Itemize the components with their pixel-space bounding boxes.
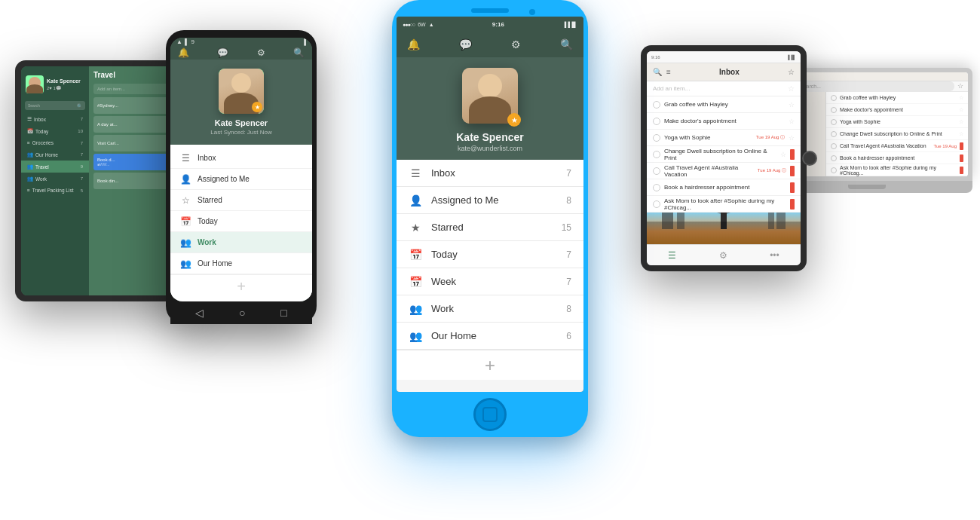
- ipad-time: 9:16: [651, 55, 660, 60]
- search-icon[interactable]: 🔍: [653, 68, 662, 76]
- search-bar[interactable]: Search 🔍: [25, 101, 85, 110]
- task-star[interactable]: ☆: [789, 134, 795, 142]
- task-checkbox[interactable]: [653, 134, 660, 142]
- task-star[interactable]: ☆: [959, 95, 963, 101]
- sidebar-item-work[interactable]: 👥 Work 7: [21, 173, 89, 185]
- search-icon[interactable]: 🔍: [293, 47, 305, 58]
- mac-task-row-2[interactable]: Yoga with Sophie ☆: [826, 116, 968, 128]
- tab-more-icon[interactable]: •••: [770, 250, 779, 261]
- task-checkbox[interactable]: [831, 155, 837, 161]
- sidebar-item-ourhome[interactable]: 👥 Our Home 7: [21, 148, 89, 161]
- task-checkbox[interactable]: [653, 101, 660, 109]
- add-button[interactable]: +: [397, 350, 583, 380]
- city-background: [647, 213, 801, 244]
- bottom-tabs: ☰ ⚙ •••: [647, 244, 801, 265]
- search-placeholder: Search: [28, 103, 77, 108]
- task-star[interactable]: ☆: [789, 118, 795, 125]
- wifi-icon: ▲: [429, 22, 434, 27]
- mac-task-row-6[interactable]: Ask Mom to look after #Sophie during my …: [826, 164, 968, 176]
- star-icon: ☆: [179, 195, 191, 206]
- avatar: ★: [462, 68, 518, 124]
- sidebar-item-inbox[interactable]: ☰ Inbox 7: [21, 113, 89, 125]
- sidebar-item-today[interactable]: 📅 Today 10: [21, 125, 89, 137]
- gear-icon[interactable]: ⚙: [511, 38, 521, 50]
- task-star[interactable]: ☆: [789, 101, 795, 109]
- carrier-label: 6W: [418, 22, 426, 27]
- tab-inbox-icon[interactable]: ☰: [668, 250, 676, 261]
- inbox-icon: ☰: [179, 153, 191, 164]
- signal-icon: ▌: [185, 38, 189, 45]
- mac-task-row-0[interactable]: Grab coffee with Hayley ☆: [826, 92, 968, 104]
- menu-item-work[interactable]: 👥 Work 8: [397, 295, 583, 323]
- task-star[interactable]: ☆: [780, 151, 786, 158]
- task-row-0[interactable]: Grab coffee with Hayley ☆: [647, 96, 801, 113]
- task-checkbox[interactable]: [831, 131, 837, 137]
- task-row-1[interactable]: Make doctor's appointment ☆: [647, 113, 801, 130]
- menu-item-assigned[interactable]: 👤 Assigned to Me 8: [397, 187, 583, 214]
- status-bar: ●●●○○ 6W ▲ 9:16 ▐▐▐▌: [397, 17, 583, 32]
- battery-icon: ▐▐▐▌: [562, 22, 577, 27]
- mac-task-row-4[interactable]: Call Travel Agent #Australia Vacation Tu…: [826, 140, 968, 152]
- travel-icon: 👥: [27, 164, 33, 170]
- menu-icon[interactable]: ≡: [666, 68, 671, 76]
- task-checkbox[interactable]: [653, 151, 660, 158]
- home-icon[interactable]: ○: [239, 307, 245, 319]
- flag-icon: [790, 199, 795, 210]
- back-icon[interactable]: ◁: [195, 307, 204, 319]
- search-input[interactable]: 🔍 Search...: [787, 81, 954, 91]
- add-button[interactable]: +: [170, 274, 312, 298]
- star-icon[interactable]: ☆: [957, 82, 963, 90]
- menu-item-starred[interactable]: ☆ Starred: [170, 190, 312, 211]
- recents-icon[interactable]: □: [280, 307, 286, 319]
- task-checkbox[interactable]: [653, 184, 660, 191]
- signal-dots: ●●●○○: [403, 22, 415, 27]
- chat-icon[interactable]: 💬: [459, 38, 472, 50]
- task-checkbox[interactable]: [831, 119, 837, 125]
- menu-item-starred[interactable]: ★ Starred 15: [397, 214, 583, 241]
- menu-item-inbox[interactable]: ☰ Inbox: [170, 148, 312, 169]
- gear-icon[interactable]: ⚙: [257, 47, 265, 58]
- home-button[interactable]: [473, 398, 507, 431]
- task-row-4[interactable]: Call Travel Agent #Australia Vacation Tu…: [647, 163, 801, 179]
- menu-item-ourhome[interactable]: 👥 Our Home 6: [397, 323, 583, 350]
- task-checkbox[interactable]: [831, 167, 837, 173]
- ipad-home-button[interactable]: [802, 151, 817, 166]
- task-star[interactable]: ☆: [959, 131, 963, 137]
- tab-settings-icon[interactable]: ⚙: [719, 250, 727, 261]
- task-checkbox[interactable]: [831, 143, 837, 149]
- person-icon: 👤: [179, 174, 191, 185]
- task-star[interactable]: ☆: [959, 119, 963, 125]
- task-row-3[interactable]: Change Dwell subscription to Online & Pr…: [647, 146, 801, 163]
- mac-task-row-3[interactable]: Change Dwell subscription to Online & Pr…: [826, 128, 968, 140]
- mac-task-row-5[interactable]: Book a hairdresser appointment: [826, 152, 968, 164]
- menu-item-week[interactable]: 📅 Week 7: [397, 268, 583, 295]
- menu-item-ourhome[interactable]: 👥 Our Home: [170, 253, 312, 274]
- task-star[interactable]: ☆: [959, 107, 963, 113]
- add-item-bar[interactable]: Add an item... ☆: [647, 81, 801, 96]
- star-icon[interactable]: ☆: [788, 68, 795, 76]
- task-checkbox[interactable]: [653, 118, 660, 125]
- task-checkbox[interactable]: [831, 107, 837, 113]
- task-row-2[interactable]: Yoga with Sophie Tue 19 Aug ⓘ ☆: [647, 130, 801, 146]
- due-date: Tue 19 Aug ⓘ: [756, 134, 785, 141]
- profile-email: kate@wunderlist.com: [458, 145, 522, 152]
- menu-item-today[interactable]: 📅 Today 7: [397, 241, 583, 268]
- task-checkbox[interactable]: [831, 95, 837, 101]
- sidebar-item-packing[interactable]: ≡ Travel Packing List 5: [21, 185, 89, 196]
- chat-icon[interactable]: 💬: [217, 47, 228, 58]
- task-checkbox[interactable]: [653, 200, 660, 208]
- bell-icon[interactable]: 🔔: [407, 38, 420, 50]
- menu-item-assigned[interactable]: 👤 Assigned to Me: [170, 169, 312, 190]
- menu-item-today[interactable]: 📅 Today: [170, 211, 312, 232]
- sidebar-item-travel[interactable]: 👥 Travel 9: [21, 161, 89, 173]
- menu-item-inbox[interactable]: ☰ Inbox 7: [397, 160, 583, 187]
- mac-task-row-1[interactable]: Make doctor's appointment ☆: [826, 104, 968, 116]
- search-icon[interactable]: 🔍: [560, 38, 573, 50]
- menu-item-work[interactable]: 👥 Work: [170, 232, 312, 253]
- sidebar-item-groceries[interactable]: ≡ Groceries 7: [21, 137, 89, 148]
- task-row-6[interactable]: Ask Mom to look after #Sophie during my …: [647, 196, 801, 213]
- task-row-5[interactable]: Book a hairdresser appointment: [647, 179, 801, 196]
- bell-icon[interactable]: 🔔: [178, 47, 189, 58]
- list-icon: ≡: [27, 140, 30, 145]
- task-checkbox[interactable]: [653, 167, 660, 175]
